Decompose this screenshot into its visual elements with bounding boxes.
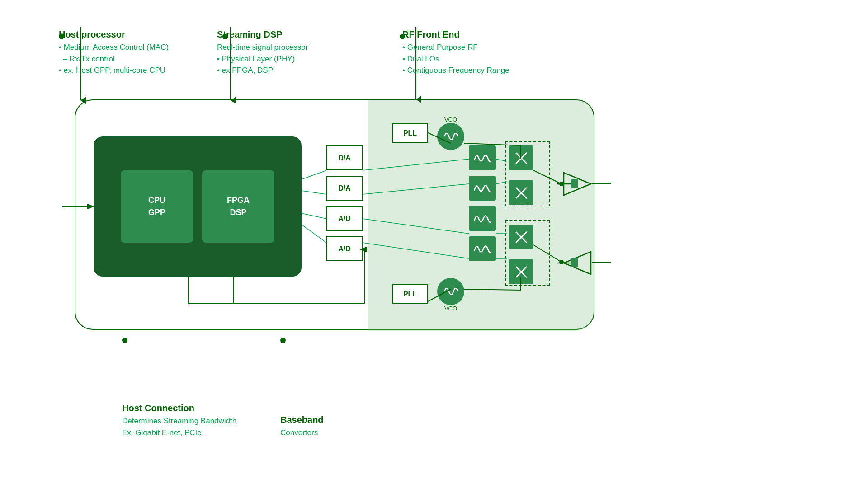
streaming-dsp-bullet1: • Physical Layer (PHY)	[217, 53, 308, 65]
host-processor-body: • Medium Access Control (MAC) – Rx/Tx co…	[59, 42, 169, 76]
rf-front-end-body: • General Purpose RF • Dual LOs • Contig…	[402, 42, 509, 76]
host-connection-body: Determines Streaming Bandwidth Ex. Gigab…	[122, 415, 236, 438]
baseband-body: Converters	[280, 427, 324, 439]
host-connection-line2: Ex. Gigabit E-net, PCIe	[122, 427, 236, 439]
svg-line-18	[302, 191, 326, 194]
svg-line-19	[302, 213, 326, 219]
svg-line-21	[363, 159, 469, 170]
svg-line-27	[496, 159, 507, 161]
main-diagram-box: CPU GPP FPGA DSP D/A D/A A/D A/D PLL PLL…	[75, 99, 594, 330]
svg-line-31	[533, 170, 561, 184]
host-connection-title: Host Connection	[122, 403, 236, 413]
host-connection-label: Host Connection Determines Streaming Ban…	[122, 403, 236, 438]
host-processor-title: Host processor	[59, 29, 169, 40]
svg-point-36	[559, 260, 564, 264]
rf-front-end-label: RF Front End • General Purpose RF • Dual…	[402, 29, 509, 76]
baseband-label: Baseband Converters	[280, 415, 324, 439]
host-processor-bullet3: • ex. Host GPP, multi-core CPU	[59, 65, 169, 76]
svg-line-28	[496, 182, 507, 184]
streaming-dsp-bullet2: • ex FPGA, DSP	[217, 65, 308, 76]
svg-line-23	[363, 219, 469, 234]
svg-line-38	[428, 289, 451, 301]
page: Host processor • Medium Access Control (…	[0, 0, 868, 488]
streaming-dsp-title: Streaming DSP	[217, 29, 308, 40]
host-connection-line1: Determines Streaming Bandwidth	[122, 415, 236, 427]
host-connection-bullet	[121, 337, 130, 346]
svg-line-32	[533, 245, 561, 262]
svg-line-37	[428, 133, 451, 143]
connection-lines	[75, 100, 594, 329]
rf-bullet3: • Contiguous Frequency Range	[402, 65, 509, 76]
rf-bullet2: • Dual LOs	[402, 53, 509, 65]
host-processor-label: Host processor • Medium Access Control (…	[59, 29, 169, 76]
streaming-dsp-label: Streaming DSP Real-time signal processor…	[217, 29, 308, 76]
rf-bullet1: • General Purpose RF	[402, 42, 509, 53]
svg-line-24	[363, 243, 469, 258]
svg-line-39	[464, 143, 521, 145]
svg-line-20	[302, 225, 326, 243]
svg-line-41	[464, 289, 521, 290]
svg-point-50	[280, 338, 286, 343]
host-processor-bullet2: – Rx/Tx control	[59, 53, 169, 65]
svg-line-17	[302, 170, 326, 179]
host-processor-bullet1: • Medium Access Control (MAC)	[59, 42, 169, 53]
svg-point-35	[559, 182, 564, 186]
svg-line-22	[363, 184, 469, 194]
streaming-dsp-subtitle: Real-time signal processor	[217, 42, 308, 53]
streaming-dsp-body: Real-time signal processor • Physical La…	[217, 42, 308, 76]
rf-front-end-title: RF Front End	[402, 29, 509, 40]
svg-point-49	[122, 338, 127, 343]
baseband-title: Baseband	[280, 415, 324, 425]
baseband-bullet	[279, 337, 288, 346]
